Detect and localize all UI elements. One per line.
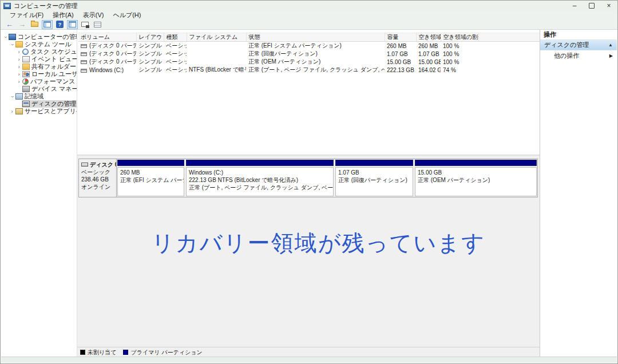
show-console-tree-button[interactable]: [42, 20, 53, 29]
volume-icon: [81, 44, 87, 48]
legend-primary-partition: プライマリ パーティション: [123, 349, 202, 357]
menu-file[interactable]: ファイル(F): [5, 11, 48, 19]
actions-header: 操作: [540, 30, 617, 40]
partition-color-bar: [335, 160, 413, 166]
volume-list-pane: ボリューム レイアウト 種類 ファイル システム 状態 容量 空き領域 空き領域…: [77, 30, 540, 155]
close-button[interactable]: ×: [600, 1, 617, 11]
window-controls: – ×: [566, 1, 617, 11]
task-scheduler-icon: [22, 49, 29, 55]
computer-icon: [9, 34, 16, 40]
folder-icon: [31, 22, 38, 27]
chevron-icon[interactable]: [9, 94, 15, 100]
chevron-icon[interactable]: [16, 72, 22, 77]
unallocated-swatch: [80, 350, 85, 355]
volume-row-windows-c[interactable]: Windows (C:) シンプル ベーシック NTFS (BitLocker …: [78, 66, 540, 74]
column-layout[interactable]: レイアウト: [136, 33, 164, 42]
back-button[interactable]: ←: [4, 20, 15, 29]
forward-button[interactable]: →: [17, 20, 27, 29]
maximize-icon: [589, 3, 595, 9]
volume-row-partition1[interactable]: (ディスク 0 パーティション 1) シンプル ベーシック 正常 (EFI シス…: [78, 42, 540, 50]
legend-bar: 未割り当て プライマリ パーティション: [77, 347, 540, 357]
column-type[interactable]: 種類: [164, 33, 187, 42]
disk-management-view: ボリューム レイアウト 種類 ファイル システム 状態 容量 空き領域 空き領域…: [77, 30, 540, 357]
console-tree: コンピューターの管理 (ローカル) システム ツール タスク スケジューラ イベ…: [1, 30, 77, 357]
console-icon: [81, 22, 89, 27]
column-status[interactable]: 状態: [246, 33, 385, 42]
volume-list-table: ボリューム レイアウト 種類 ファイル システム 状態 容量 空き領域 空き領域…: [78, 33, 540, 74]
volume-icon: [81, 60, 87, 64]
disk0-label[interactable]: ディスク 0 ベーシック 238.46 GB オンライン: [79, 159, 117, 197]
disk0-strip: ディスク 0 ベーシック 238.46 GB オンライン 260 MB 正常 (…: [78, 159, 538, 197]
services-icon: [15, 108, 23, 114]
partition-color-bar: [415, 160, 537, 166]
more-actions-item[interactable]: 他の操作 ▶: [540, 50, 617, 61]
volume-row-partition5[interactable]: (ディスク 0 パーティション 5) シンプル ベーシック 正常 (OEM パー…: [78, 58, 540, 66]
chevron-icon[interactable]: [16, 49, 22, 55]
volume-icon: [81, 69, 87, 73]
window-title: コンピューターの管理: [14, 2, 78, 10]
detail-pane-button[interactable]: [92, 20, 103, 29]
computer-management-window: コンピューターの管理 – × ファイル(F) 操作(A) 表示(V) ヘルプ(H…: [0, 0, 618, 364]
disk-type: ベーシック: [81, 168, 116, 176]
column-empty: [478, 33, 540, 42]
status-bar: [1, 357, 617, 363]
chevron-icon[interactable]: [9, 42, 15, 48]
chevron-icon[interactable]: [16, 64, 22, 70]
volume-row-partition4[interactable]: (ディスク 0 パーティション 4) シンプル ベーシック 正常 (回復パーティ…: [78, 50, 540, 58]
event-viewer-icon: [22, 56, 30, 62]
column-free-space[interactable]: 空き領域: [416, 33, 441, 42]
partitions: 260 MB 正常 (EFI システム パーティション) Windows (C:…: [117, 159, 537, 197]
performance-icon: [22, 78, 29, 85]
disk-size: 238.46 GB: [81, 176, 116, 183]
help-icon: ?: [56, 21, 64, 28]
column-capacity[interactable]: 容量: [385, 33, 416, 42]
partition-color-bar: [117, 160, 184, 166]
disk-management-actions-group[interactable]: ディスクの管理 ▲: [540, 40, 617, 50]
minimize-button[interactable]: –: [566, 1, 583, 11]
chevron-icon[interactable]: [16, 79, 22, 85]
graphical-view-pane: ディスク 0 ベーシック 238.46 GB オンライン 260 MB 正常 (…: [77, 155, 540, 347]
partition-color-bar: [186, 160, 334, 166]
users-groups-icon: [22, 71, 30, 77]
action-pane: 操作 ディスクの管理 ▲ 他の操作 ▶: [540, 30, 617, 357]
storage-icon: [15, 93, 23, 100]
device-manager-icon: [22, 86, 30, 92]
menu-view[interactable]: 表示(V): [78, 11, 109, 19]
help-button[interactable]: ?: [54, 20, 65, 29]
column-volume[interactable]: ボリューム: [78, 33, 136, 42]
menu-help[interactable]: ヘルプ(H): [108, 11, 145, 19]
menu-bar: ファイル(F) 操作(A) 表示(V) ヘルプ(H): [1, 11, 617, 19]
console-tree-pane-icon: [43, 21, 51, 27]
disk-status: オンライン: [81, 183, 116, 191]
show-action-pane-button[interactable]: [67, 20, 78, 29]
column-free-percent[interactable]: 空き領域の割合: [441, 33, 478, 42]
disk-management-icon: [22, 101, 30, 107]
title-bar: コンピューターの管理 – ×: [1, 1, 617, 11]
volume-list-header: ボリューム レイアウト 種類 ファイル システム 状態 容量 空き領域 空き領域…: [78, 33, 540, 42]
disk-icon: [81, 163, 88, 167]
action-pane-icon: [69, 21, 76, 27]
collapse-icon[interactable]: ▲: [608, 42, 613, 48]
recovery-note-text: リカバリー領域が残っています: [152, 228, 485, 259]
export-list-button[interactable]: [29, 20, 40, 29]
column-file-system[interactable]: ファイル システム: [187, 33, 246, 42]
chevron-icon[interactable]: [2, 34, 8, 40]
toolbar: ← → ?: [1, 19, 617, 30]
app-icon: [3, 3, 11, 9]
sidebar-item-services-applications[interactable]: サービスとアプリケーション: [1, 108, 77, 115]
shared-folders-icon: [22, 64, 30, 70]
volume-icon: [81, 52, 87, 56]
main-area: コンピューターの管理 (ローカル) システム ツール タスク スケジューラ イベ…: [1, 30, 617, 357]
partition-recovery[interactable]: 1.07 GB 正常 (回復パーティション): [335, 160, 413, 196]
list-pane-icon: [94, 22, 101, 27]
partition-windows-c[interactable]: Windows (C:) 222.13 GB NTFS (BitLocker で…: [186, 160, 334, 196]
console-window-button[interactable]: [80, 20, 90, 29]
maximize-button[interactable]: [583, 1, 600, 11]
partition-oem[interactable]: 15.00 GB 正常 (OEM パーティション): [415, 160, 537, 196]
expand-icon: ▶: [609, 53, 613, 58]
system-tools-icon: [15, 41, 23, 48]
menu-action[interactable]: 操作(A): [48, 11, 78, 19]
chevron-icon[interactable]: [16, 57, 22, 62]
partition-efi[interactable]: 260 MB 正常 (EFI システム パーティション): [117, 160, 184, 196]
chevron-icon[interactable]: [9, 109, 15, 114]
